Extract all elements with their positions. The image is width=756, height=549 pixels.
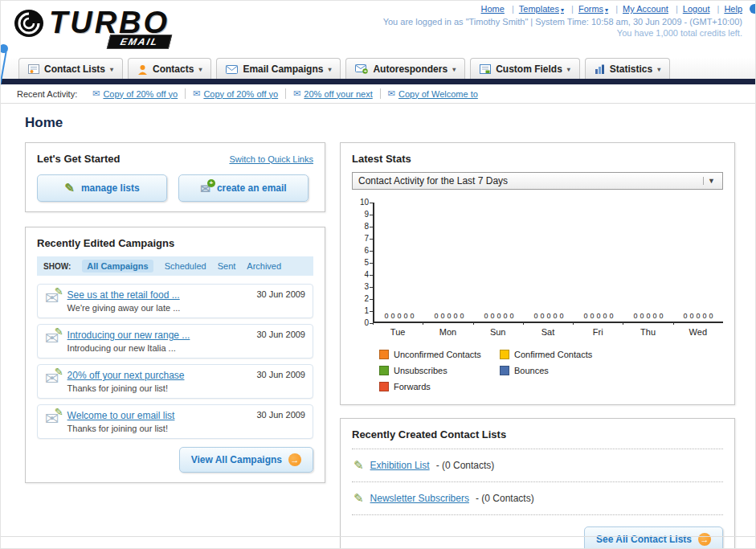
tab-contact-lists[interactable]: Contact Lists ▾ xyxy=(18,58,123,79)
chart-value-label-group: 00000 xyxy=(673,312,723,320)
bottom-divider xyxy=(1,536,755,537)
chart-x-label: Sat xyxy=(523,327,573,337)
campaign-edit-icon: ✉✎ xyxy=(45,370,59,387)
campaign-date: 30 Jun 2009 xyxy=(256,289,305,299)
contact-list-count: - (0 Contacts) xyxy=(436,460,495,471)
envelope-icon: ✉ xyxy=(388,88,395,99)
chart-plot: 00000000000000000000000000000000000 xyxy=(373,203,723,323)
right-column: Latest Stats Contact Activity for the La… xyxy=(340,142,735,549)
campaign-edit-icon: ✉✎ xyxy=(45,289,59,306)
envelope-icon: ✉ xyxy=(193,88,200,99)
get-started-panel: Let's Get Started Switch to Quick Links … xyxy=(25,142,325,212)
campaign-date: 30 Jun 2009 xyxy=(256,370,305,379)
tab-statistics[interactable]: Statistics ▾ xyxy=(585,58,670,79)
filter-sent[interactable]: Sent xyxy=(218,261,236,271)
tab-label: Contact Lists xyxy=(44,64,105,75)
tab-custom-fields[interactable]: Custom Fields ▾ xyxy=(470,58,580,79)
campaign-date: 30 Jun 2009 xyxy=(256,410,305,420)
turbo-email-logo[interactable]: TURBO EMAIL xyxy=(14,6,170,40)
credits-info: You have 1,000 total credits left. xyxy=(383,28,742,38)
envelope-icon: ✉ xyxy=(92,88,100,99)
tab-contacts[interactable]: Contacts ▾ xyxy=(128,58,211,79)
contact-list-count: - (0 Contacts) xyxy=(476,493,534,504)
campaign-link[interactable]: See us at the retail food ... xyxy=(67,289,244,301)
filter-archived[interactable]: Archived xyxy=(247,261,281,271)
legend-swatch xyxy=(379,382,389,391)
recent-activity-link[interactable]: Copy of 20% off yo xyxy=(203,89,278,99)
tab-autoresponders[interactable]: Autoresponders ▾ xyxy=(345,58,465,79)
button-label: create an email xyxy=(217,182,287,194)
contact-list-link[interactable]: Exhibition List xyxy=(370,460,430,471)
recent-contact-lists-panel: Recently Created Contact Lists ✎ Exhibit… xyxy=(340,418,735,549)
switch-quick-links-link[interactable]: Switch to Quick Links xyxy=(229,154,313,164)
tab-label: Contacts xyxy=(153,64,194,75)
link-my-account[interactable]: My Account xyxy=(611,4,668,14)
pencil-icon: ✎ xyxy=(353,491,364,506)
latest-stats-panel: Latest Stats Contact Activity for the La… xyxy=(340,142,735,405)
see-all-contact-lists-button[interactable]: See All Contact Lists → xyxy=(584,526,723,549)
recent-activity-link[interactable]: Copy of 20% off yo xyxy=(103,89,178,99)
recent-activity-item: ✉ Copy of 20% off yo xyxy=(186,88,286,99)
main-content: Home Let's Get Started Switch to Quick L… xyxy=(1,104,755,549)
panel-title: Recently Created Contact Lists xyxy=(352,428,723,440)
legend-swatch xyxy=(379,366,389,375)
link-help[interactable]: Help xyxy=(713,4,742,14)
campaign-link[interactable]: Welcome to our email list xyxy=(67,410,244,421)
tab-email-campaigns[interactable]: Email Campaigns ▾ xyxy=(216,58,341,79)
pencil-icon: ✎ xyxy=(64,181,75,195)
link-logout[interactable]: Logout xyxy=(671,4,710,14)
chevron-down-icon: ▼ xyxy=(703,177,719,185)
campaign-link[interactable]: Introducing our new range ... xyxy=(67,330,244,341)
chart-value-label-group: 00000 xyxy=(524,312,574,320)
legend-label: Unconfirmed Contacts xyxy=(394,350,481,359)
link-forms[interactable]: Forms▾ xyxy=(566,4,608,14)
link-templates[interactable]: Templates▾ xyxy=(507,4,564,14)
create-email-button[interactable]: ✉+ create an email xyxy=(178,174,309,202)
chart-value-label-group: 00000 xyxy=(623,312,673,320)
chart-y-axis: 109876543210 xyxy=(352,203,373,323)
contact-list-link[interactable]: Newsletter Subscribers xyxy=(370,493,469,504)
campaign-subtitle: We're giving away our late ... xyxy=(67,303,244,313)
manage-lists-button[interactable]: ✎ manage lists xyxy=(37,174,167,202)
recent-activity-bar: Recent Activity: ✉ Copy of 20% off yo ✉ … xyxy=(1,84,755,104)
recent-activity-item: ✉ Copy of 20% off yo xyxy=(85,88,186,99)
campaign-list: ✉✎ See us at the retail food ... We're g… xyxy=(37,284,313,439)
recent-activity-link[interactable]: 20% off your next xyxy=(304,89,372,99)
campaign-link[interactable]: 20% off your next purchase xyxy=(67,370,244,381)
left-column: Let's Get Started Switch to Quick Links … xyxy=(25,142,325,483)
show-label: SHOW: xyxy=(43,262,71,271)
chevron-down-icon: ▾ xyxy=(452,66,456,73)
campaign-row[interactable]: ✉✎ 20% off your next purchase Thanks for… xyxy=(37,364,313,399)
logo-subtitle: EMAIL xyxy=(107,35,173,49)
contact-lists-icon xyxy=(28,64,39,74)
campaign-subtitle: Thanks for joining our list! xyxy=(67,383,244,393)
filter-scheduled[interactable]: Scheduled xyxy=(165,261,206,271)
campaign-row[interactable]: ✉✎ Introducing our new range ... Introdu… xyxy=(37,324,313,358)
chevron-down-icon: ▾ xyxy=(110,66,113,73)
tab-label: Autoresponders xyxy=(373,64,447,75)
dropdown-value: Contact Activity for the Last 7 Days xyxy=(358,175,508,186)
arrow-right-icon: → xyxy=(288,453,301,466)
chart-x-label: Mon xyxy=(423,327,472,337)
recent-activity-item: ✉ 20% off your next xyxy=(286,88,381,99)
chevron-down-icon: ▾ xyxy=(567,66,570,73)
recent-activity-link[interactable]: Copy of Welcome to xyxy=(398,89,478,99)
contact-list-row: ✎ Exhibition List - (0 Contacts) xyxy=(352,449,723,482)
button-label: View All Campaigns xyxy=(191,454,282,465)
legend-swatch xyxy=(500,366,509,375)
tab-label: Custom Fields xyxy=(496,64,562,75)
chart-x-label: Fri xyxy=(573,327,623,337)
main-nav: Contact Lists ▾ Contacts ▾ Email Campaig… xyxy=(1,57,755,84)
bar-chart-icon xyxy=(595,64,605,74)
filter-all-campaigns[interactable]: All Campaigns xyxy=(82,260,153,272)
header-utility-area: Home Templates▾ Forms▾ My Account Logout… xyxy=(383,4,742,38)
legend-label: Bounces xyxy=(514,366,549,375)
campaign-filter-bar: SHOW: All Campaigns Scheduled Sent Archi… xyxy=(37,256,313,276)
link-home[interactable]: Home xyxy=(481,4,505,14)
campaign-row[interactable]: ✉✎ Welcome to our email list Thanks for … xyxy=(37,404,313,439)
contact-activity-select[interactable]: Contact Activity for the Last 7 Days ▼ xyxy=(352,172,723,190)
view-all-campaigns-button[interactable]: View All Campaigns → xyxy=(179,447,313,473)
page-title: Home xyxy=(25,115,734,131)
envelope-plus-icon: ✉+ xyxy=(200,182,210,195)
campaign-row[interactable]: ✉✎ See us at the retail food ... We're g… xyxy=(37,284,313,318)
